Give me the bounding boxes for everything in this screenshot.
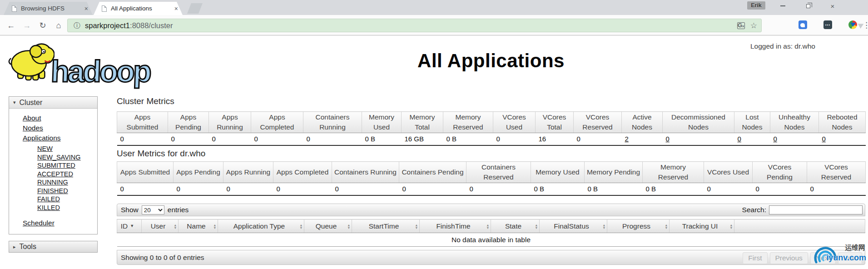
value-apps-running: 0 [209, 133, 251, 146]
sort-icon: ▴▾ [214, 224, 216, 229]
col-apps-pending: Apps Pending [168, 112, 209, 133]
extension-icon-dots[interactable]: ••• [823, 20, 832, 29]
home-button[interactable]: ⌂ [52, 19, 65, 32]
forward-button[interactable]: → [20, 19, 33, 32]
col-memory-total: Memory Total [402, 112, 443, 133]
apps-col-finishtime[interactable]: FinishTime▴▾ [420, 219, 491, 233]
profile-badge[interactable]: Erik [747, 1, 765, 10]
new-tab-button[interactable] [187, 3, 203, 14]
sidebar-item-applications[interactable]: Applications [23, 133, 97, 143]
apps-col-tracking-ui[interactable]: Tracking UI▴▾ [670, 219, 734, 233]
apps-col-id[interactable]: ID▼ [117, 219, 142, 233]
value-vcores-total: 16 [536, 133, 574, 146]
sort-desc-icon: ▼ [130, 224, 134, 228]
apps-col-state[interactable]: State▴▾ [491, 219, 540, 233]
tab-browsing-hdfs[interactable]: Browsing HDFS × [4, 2, 93, 15]
apps-col-user[interactable]: User▴▾ [142, 219, 179, 233]
logged-in-status: Logged in as: dr.who [750, 42, 815, 50]
col-containers-pending: Containers Pending [399, 162, 466, 183]
app-state-killed[interactable]: KILLED [37, 204, 97, 212]
app-state-submitted[interactable]: SUBMITTED [37, 161, 97, 170]
close-button[interactable]: × [823, 0, 842, 12]
extension-icon-downloader[interactable] [848, 20, 857, 29]
pagination: FirstPreviousNextLast [743, 252, 862, 264]
sidebar-item-scheduler[interactable]: Scheduler [23, 218, 97, 228]
value-link-decommissioned-nodes[interactable]: 0 [666, 135, 670, 143]
col-apps-pending: Apps Pending [174, 162, 223, 183]
minimize-button[interactable] [773, 0, 792, 12]
browser-window: Browsing HDFS × All Applications × Erik … [0, 0, 868, 269]
browser-menu-icon[interactable]: ⋮ [863, 19, 868, 32]
apps-col-finalstatus[interactable]: FinalStatus▴▾ [540, 219, 607, 233]
app-state-finished[interactable]: FINISHED [37, 187, 97, 195]
value-apps-pending: 0 [168, 133, 209, 146]
sidebar: ▾ Cluster AboutNodesApplications NEWNEW_… [9, 96, 98, 234]
value-memory-total: 16 GB [402, 133, 443, 146]
value-link-rebooted-nodes[interactable]: 0 [822, 135, 826, 143]
user-metrics-heading: User Metrics for dr.who [117, 149, 205, 159]
apps-col-queue[interactable]: Queue▴▾ [304, 219, 352, 233]
back-button[interactable]: ← [5, 19, 17, 32]
page-button-next[interactable]: Next [810, 252, 836, 264]
extension-icon-blue[interactable] [799, 20, 807, 29]
apps-col-progress[interactable]: Progress▴▾ [607, 219, 670, 233]
value-containers-running: 0 [332, 183, 399, 196]
value-containers-running: 0 [303, 133, 362, 146]
apps-col-application-type[interactable]: Application Type▴▾ [218, 219, 304, 233]
app-state-accepted[interactable]: ACCEPTED [37, 170, 97, 179]
sidebar-item-about[interactable]: About [23, 113, 97, 123]
page-button-last[interactable]: Last [838, 252, 862, 264]
tab-close-icon[interactable]: × [84, 5, 88, 12]
reload-button[interactable]: ↻ [36, 19, 49, 32]
apps-col-starttime[interactable]: StartTime▴▾ [352, 219, 420, 233]
value-link-lost-nodes[interactable]: 0 [738, 135, 741, 143]
col-vcores-total: VCores Total [536, 112, 574, 133]
value-vcores-used: 0 [493, 133, 536, 146]
app-state-new[interactable]: NEW [37, 144, 97, 153]
col-memory-pending: Memory Pending [585, 162, 643, 183]
sidebar-links: AboutNodesApplications [9, 109, 97, 143]
sidebar-item-nodes[interactable]: Nodes [23, 123, 97, 133]
col-vcores-used: VCores Used [493, 112, 536, 133]
apps-col-name[interactable]: Name▴▾ [179, 219, 218, 233]
chevron-down-icon: ▾ [13, 100, 16, 105]
value-memory-used: 0 B [362, 133, 402, 146]
sidebar-scheduler-wrap: Scheduler [9, 212, 97, 234]
sort-icon: ▴▾ [416, 224, 417, 229]
info-icon[interactable]: ⓘ [74, 21, 80, 30]
sort-icon: ▴▾ [348, 224, 350, 229]
empty-table-row: No data available in table [117, 233, 865, 247]
app-state-running[interactable]: RUNNING [37, 178, 97, 187]
col-memory-reserved: Memory Reserved [443, 112, 493, 133]
search-input[interactable] [769, 205, 863, 214]
page-button-first[interactable]: First [743, 252, 767, 264]
app-state-new-saving[interactable]: NEW_SAVING [37, 153, 97, 162]
tab-bar: Browsing HDFS × All Applications × Erik … [0, 0, 868, 15]
minimize-icon [780, 5, 785, 6]
value-vcores-reserved: 0 [574, 133, 622, 146]
bookmark-star-icon[interactable]: ☆ [750, 21, 757, 30]
url-path: :8088/cluster [130, 21, 173, 30]
col-containers-running: Containers Running [303, 112, 362, 133]
app-state-failed[interactable]: FAILED [37, 195, 97, 204]
translate-icon[interactable]: Gx [737, 22, 745, 29]
tab-close-icon[interactable]: × [174, 5, 178, 12]
page-button-previous[interactable]: Previous [770, 252, 808, 264]
value-memory-reserved: 0 B [443, 133, 493, 146]
value-link-active-nodes[interactable]: 2 [625, 135, 629, 143]
value-link-unhealthy-nodes[interactable]: 0 [774, 135, 777, 143]
restore-button[interactable] [799, 0, 818, 12]
show-label: Show [121, 206, 139, 214]
restore-icon [806, 4, 810, 8]
col-containers-running: Containers Running [332, 162, 399, 183]
sidebar-cluster-header[interactable]: ▾ Cluster [9, 97, 97, 109]
tab-all-applications[interactable]: All Applications × [94, 2, 183, 15]
table-length-bar: Show 20 entries Search: [117, 204, 865, 216]
address-bar[interactable]: ⓘ sparkproject1:8088/cluster Gx ☆ [67, 19, 762, 32]
page-size-select[interactable]: 20 [142, 205, 164, 214]
value-apps-running: 0 [223, 183, 273, 196]
col-vcores-reserved: VCores Reserved [574, 112, 622, 133]
value-apps-submitted: 0 [117, 183, 174, 196]
col-containers-reserved: Containers Reserved [466, 162, 531, 183]
sidebar-tools-header[interactable]: ▸ Tools [9, 241, 98, 253]
